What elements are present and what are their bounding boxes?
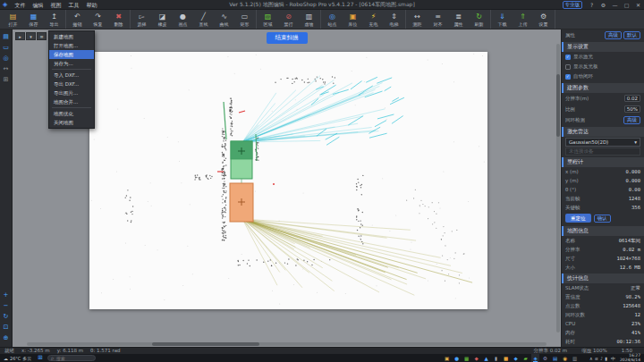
menu-item-4[interactable]: 帮助 bbox=[82, 0, 100, 10]
map-sheet[interactable] bbox=[89, 52, 487, 309]
dropdown-item-5[interactable]: 导出 DXF... bbox=[49, 80, 94, 88]
taskbar-search[interactable]: ⌕ bbox=[47, 355, 96, 361]
ribbon-button-area-0[interactable]: ▨区域 bbox=[258, 10, 278, 29]
ribbon-button-sync-0[interactable]: ⇓下载 bbox=[492, 10, 513, 29]
dropdown-item-7[interactable]: 地图合并... bbox=[49, 97, 94, 106]
taskbar-monitor-icon[interactable]: ▥ bbox=[571, 354, 579, 362]
network-icon[interactable]: ≋ bbox=[595, 356, 598, 361]
menu-item-2[interactable]: 视图 bbox=[47, 0, 64, 10]
center-icon[interactable]: ⊕ bbox=[1, 333, 11, 342]
reset-button[interactable]: 默认 bbox=[623, 31, 640, 39]
grid-icon[interactable]: ⊞ bbox=[1, 75, 11, 84]
volume-icon[interactable]: ♪ bbox=[600, 356, 603, 361]
ribbon-button-edit-2[interactable]: ✖删除 bbox=[108, 10, 129, 29]
select-icon[interactable]: ▭ bbox=[1, 43, 11, 52]
battery-icon[interactable]: ▮ bbox=[605, 356, 607, 361]
ribbon-button-draw-4[interactable]: ∿曲线 bbox=[214, 10, 234, 29]
start-button[interactable]: ⊞ bbox=[35, 354, 45, 362]
ribbon-button-draw-3[interactable]: ╱直线 bbox=[193, 10, 214, 29]
ribbon-button-edit-0[interactable]: ↶撤销 bbox=[67, 10, 88, 29]
weather-widget[interactable]: ☁ 26°C 多云 bbox=[0, 356, 35, 361]
ribbon-button-tools-0[interactable]: ↔测距 bbox=[407, 10, 428, 29]
dropdown-item-3[interactable]: 另存为... bbox=[49, 59, 94, 68]
action-button-0[interactable]: 重定位 bbox=[565, 214, 591, 223]
dropdown-item-9[interactable]: 关闭地图 bbox=[49, 118, 94, 127]
ribbon-button-draw-0[interactable]: ▻选择 bbox=[131, 10, 152, 29]
ribbon-button-file-2[interactable]: ↥导出 bbox=[44, 10, 64, 29]
dropdown-item-8[interactable]: 地图优化 bbox=[49, 109, 94, 118]
layers-icon[interactable]: ▤ bbox=[1, 32, 11, 41]
rotate-icon[interactable]: ↻ bbox=[1, 312, 11, 321]
vertical-scrollbar-thumb[interactable] bbox=[556, 74, 560, 137]
checkbox-row-1[interactable]: 显示反光板 bbox=[562, 62, 644, 72]
ribbon-button-area-1[interactable]: ⊘禁行 bbox=[278, 10, 299, 29]
taskbar-office-icon[interactable]: ■ bbox=[502, 354, 510, 362]
measure-icon[interactable]: ↔ bbox=[1, 64, 11, 73]
ribbon-button-draw-5[interactable]: ▭矩形 bbox=[234, 10, 255, 29]
checkbox-row-2[interactable]: ✓自动闭环 bbox=[562, 72, 644, 81]
fit-icon[interactable]: ⊡ bbox=[1, 323, 11, 332]
taskbar-explorer-icon[interactable]: ▣ bbox=[443, 354, 451, 362]
horizontal-scrollbar-thumb[interactable] bbox=[152, 342, 259, 346]
horizontal-scrollbar[interactable] bbox=[27, 342, 547, 346]
ribbon-button-station-2[interactable]: ⚡充电 bbox=[363, 10, 384, 29]
taskbar-clock[interactable]: 16:27 2024/6/14 bbox=[615, 354, 644, 362]
tray-expand-icon[interactable]: ∧ bbox=[589, 356, 593, 361]
menu-item-3[interactable]: 工具 bbox=[64, 0, 82, 10]
mini-play-button[interactable]: ▸ bbox=[15, 32, 25, 40]
ribbon-button-area-2[interactable]: ▥虚墙 bbox=[299, 10, 319, 29]
taskbar-music-icon[interactable]: ▲ bbox=[482, 354, 490, 362]
ribbon-button-file-1[interactable]: ▦保存 bbox=[23, 10, 44, 29]
dropdown-item-6[interactable]: 导出图片... bbox=[49, 88, 94, 97]
action-button-1[interactable]: 确认 bbox=[594, 215, 611, 223]
checkbox[interactable]: ✓ bbox=[565, 74, 571, 80]
taskbar-terminal-icon[interactable]: ▮ bbox=[492, 354, 500, 362]
taskbar-browser-icon[interactable]: ● bbox=[453, 354, 461, 362]
dropdown-item-2[interactable]: 保存地图 bbox=[49, 50, 94, 59]
field-input[interactable]: 50% bbox=[624, 105, 640, 113]
loop-advanced-button[interactable]: 高级 bbox=[623, 116, 640, 124]
ribbon-button-tools-2[interactable]: ≣属性 bbox=[448, 10, 469, 29]
ribbon-button-sync-1[interactable]: ⇑上传 bbox=[513, 10, 533, 29]
mini-list-button[interactable]: ≡ bbox=[37, 32, 47, 40]
ribbon-button-tools-1[interactable]: ≡对齐 bbox=[428, 10, 448, 29]
robot-target[interactable] bbox=[230, 183, 253, 222]
ribbon-button-file-0[interactable]: ▤打开 bbox=[3, 10, 23, 29]
taskbar-settings-app-icon[interactable]: ⚙ bbox=[541, 354, 549, 362]
maximize-button[interactable]: ▢ bbox=[621, 0, 632, 10]
taskbar-mail-icon[interactable]: ▦ bbox=[462, 354, 470, 362]
search-input[interactable] bbox=[56, 356, 92, 361]
close-button[interactable]: ✕ bbox=[632, 0, 644, 10]
mini-expand-button[interactable]: ▾ bbox=[26, 32, 36, 40]
checkbox[interactable]: ✓ bbox=[565, 55, 571, 60]
ribbon-button-station-3[interactable]: ⇕电梯 bbox=[384, 10, 404, 29]
ribbon-button-draw-2[interactable]: ●画点 bbox=[173, 10, 193, 29]
taskbar-photos-icon[interactable]: ◆ bbox=[472, 354, 480, 362]
stop-scan-button[interactable]: 结束扫描 bbox=[267, 32, 308, 44]
help-icon[interactable]: ? bbox=[586, 0, 597, 10]
dropdown-item-4[interactable]: 导入 DXF... bbox=[49, 71, 94, 80]
checkbox-row-0[interactable]: ✓显示激光 bbox=[562, 52, 644, 62]
vertical-scrollbar[interactable] bbox=[556, 44, 560, 333]
dropdown-item-1[interactable]: 打开地图... bbox=[49, 41, 94, 50]
taskbar-chat-icon[interactable]: ◆ bbox=[512, 354, 520, 362]
ribbon-button-edit-1[interactable]: ↷恢复 bbox=[88, 10, 108, 29]
checkbox[interactable] bbox=[565, 64, 571, 70]
robot-current[interactable] bbox=[231, 141, 252, 179]
ribbon-button-draw-1[interactable]: ◪橡皮 bbox=[152, 10, 173, 29]
lidar-select[interactable]: Gaussian50(2D)▾ bbox=[565, 138, 640, 147]
ribbon-button-sync-2[interactable]: ⚙设置 bbox=[533, 10, 554, 29]
menu-item-0[interactable]: 文件 bbox=[11, 0, 29, 10]
ribbon-button-station-0[interactable]: ◎站点 bbox=[322, 10, 343, 29]
taskbar-roboshop-icon[interactable]: ◈ bbox=[531, 354, 539, 362]
taskbar-notes-icon[interactable]: ▤ bbox=[551, 354, 559, 362]
zoom-in-icon[interactable]: + bbox=[1, 290, 11, 299]
minimize-button[interactable]: — bbox=[609, 0, 621, 10]
ribbon-button-station-1[interactable]: ▣库位 bbox=[343, 10, 363, 29]
taskbar-code-icon[interactable]: ▰ bbox=[521, 354, 530, 362]
taskbar-store-icon[interactable]: ◉ bbox=[561, 354, 569, 362]
locate-icon[interactable]: ◎ bbox=[1, 54, 11, 63]
zoom-out-icon[interactable]: − bbox=[1, 301, 11, 310]
settings-icon[interactable]: ⚙ bbox=[597, 0, 609, 10]
field-input[interactable]: 0.02 bbox=[624, 95, 640, 102]
